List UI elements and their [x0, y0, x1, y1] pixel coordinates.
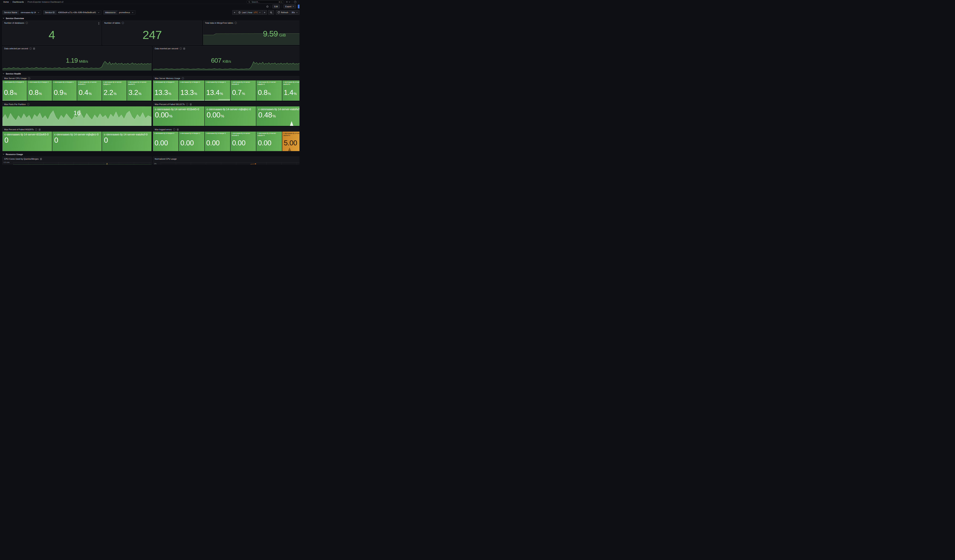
panel-links-icon[interactable] [40, 158, 42, 160]
breadcrumb-current: Prom-Exporter Instance Dashboard v2 [28, 1, 63, 3]
stat-value: 607KiB/s [211, 57, 231, 64]
panel-title[interactable]: Data inserted per second i [153, 46, 299, 51]
stat-tile: c-siennaaws-bj-14-server-mjbqbrz-0 0.00 [256, 131, 282, 151]
refresh-interval-picker[interactable]: 30s [290, 10, 299, 15]
edit-button[interactable]: Edit [272, 5, 280, 8]
search-icon [248, 1, 250, 3]
info-icon[interactable]: i [235, 22, 237, 24]
time-zoom-out-button[interactable] [268, 10, 274, 15]
panel-links-icon[interactable] [33, 48, 35, 50]
breadcrumb-separator-icon: › [10, 1, 11, 3]
info-icon[interactable]: i [186, 103, 188, 105]
stat-tile: c-siennaaws-bj-14-keeper-0 0.8% [3, 80, 27, 101]
stat-tile: c-siennaaws-bj-14-keeper-2 0.00 [179, 131, 204, 151]
stat-tile: c-siennaaws-bj-14-server-eatohcf-0 1.4% [282, 80, 299, 101]
breadcrumb-separator-icon: › [25, 1, 26, 3]
panel-links-icon[interactable] [39, 128, 41, 131]
y-axis-label: 0.3 core [4, 161, 9, 163]
time-shift-back-button[interactable]: « [232, 10, 237, 15]
section-service-health[interactable]: Service Health [3, 72, 299, 75]
info-icon[interactable]: i [173, 128, 175, 131]
panel-title[interactable]: Total data in MergeTree tables i [203, 21, 299, 25]
panel-title[interactable]: Max Parts Per Partition i [3, 102, 152, 106]
info-icon[interactable]: i [26, 22, 28, 24]
chevron-down-icon [296, 12, 298, 13]
sparkline [153, 100, 178, 101]
panel-max-percent-failed-selects: Max Percent of Failed SELECTs i c-sienna… [153, 102, 299, 126]
panel-normalized-cpu-usage: Normalized CPU usage 3% [153, 156, 299, 165]
panel-title[interactable]: Max logged errors i [153, 127, 299, 131]
panel-title[interactable]: Normalized CPU usage [153, 157, 299, 161]
export-button[interactable]: Export [283, 5, 296, 8]
help-button[interactable]: ? [294, 1, 296, 3]
info-icon[interactable]: i [182, 77, 184, 80]
stat-value: 4 [3, 25, 101, 45]
variable-datasource[interactable]: datasource prometheus [103, 10, 135, 14]
info-icon[interactable]: i [122, 22, 124, 24]
panel-links-icon[interactable] [183, 48, 185, 50]
info-icon[interactable]: i [28, 77, 30, 80]
info-icon[interactable]: i [30, 47, 32, 50]
refresh-icon [277, 11, 280, 14]
search-box[interactable]: ⌘+k [247, 0, 284, 4]
info-icon[interactable]: i [35, 128, 37, 131]
share-button[interactable]: Share [298, 5, 299, 8]
stat-tile: c-siennaaws-bj-14-keeper-2 0.8% [27, 80, 52, 101]
sparkline [3, 100, 27, 101]
panel-title[interactable]: Max Percent of Failed SELECTs i [153, 102, 299, 106]
time-range-picker[interactable]: Last 1 hour UTC [237, 10, 262, 15]
sparkline [256, 120, 299, 126]
stat-tile: c-siennaaws-bj-14-server-t01bvk5-0 0.00 [230, 131, 256, 151]
panel-links-icon[interactable] [177, 128, 179, 131]
panel-max-percent-failed-inserts: Max Percent of Failed INSERTs i c-sienna… [2, 127, 152, 151]
panel-title[interactable]: Max Server Memory Usage i [153, 76, 299, 80]
section-service-overview[interactable]: Service Overview [3, 16, 299, 20]
variable-service-id[interactable]: Service ID 43693ed4-a71c-43fc-93f9-f04a0… [43, 10, 102, 14]
time-shift-forward-button[interactable]: » [262, 10, 267, 15]
nav-actions: ⌘+k ? [247, 0, 298, 4]
chevron-down-icon [3, 17, 5, 19]
stat-tile: c-siennaaws-bj-14-server-t01bvk5-0 0 [3, 131, 52, 151]
variable-service-name[interactable]: Service Name siennaaws-bj-14 [2, 10, 41, 14]
panel-title[interactable]: Data selected per second i [3, 46, 152, 51]
panel-number-of-databases: Number of databases i 4 [2, 20, 101, 45]
variable-value: prometheus [119, 11, 130, 14]
refresh-button[interactable]: Refresh [276, 10, 290, 15]
stat-tile: c-siennaaws-bj-14-keeper-0 0.00 [153, 131, 178, 151]
clock-icon [238, 11, 241, 14]
stat-tile: c-siennaaws-bj-14-server-t01bvk5-0 0.4% [77, 80, 102, 101]
info-icon[interactable]: i [180, 47, 182, 50]
new-button[interactable] [286, 1, 290, 3]
panel-title[interactable]: Number of databases i [3, 21, 101, 25]
stat-tile: c-siennaaws-bj-14-server-mjbqbrz-0 0.00% [205, 106, 256, 126]
chevron-down-icon [3, 153, 5, 155]
panel-title[interactable]: Number of tables i [103, 21, 202, 25]
stat-tile: c-siennaaws-bj-14-server-mjbqbrz-0 0 [52, 131, 102, 151]
panel-title[interactable]: CPU Cores Used by Queries/Merges [3, 157, 152, 161]
chevron-down-icon [132, 12, 133, 13]
plus-icon [286, 1, 288, 3]
info-icon[interactable]: i [27, 103, 30, 105]
stat-tile: c-siennaaws-bj-14-server-mjbqbrz-0 2.2% [102, 80, 127, 101]
panel-links-icon[interactable] [189, 103, 192, 105]
timeseries-chart [13, 163, 152, 165]
chevron-down-icon [259, 12, 261, 13]
variables: Service Name siennaaws-bj-14 Service ID … [2, 10, 135, 14]
variable-value: siennaaws-bj-14 [20, 11, 36, 14]
chevron-down-icon [3, 73, 5, 75]
panel-max-parts-per-partition: Max Parts Per Partition i 16 [2, 102, 152, 126]
panel-title[interactable]: Max Percent of Failed INSERTs i [3, 127, 152, 131]
star-button[interactable] [266, 5, 269, 8]
search-input[interactable] [252, 1, 277, 3]
breadcrumb-dashboards[interactable]: Dashboards [13, 1, 24, 3]
panel-title[interactable]: Max Server CPU Usage i [3, 76, 152, 80]
stat-tile-alert: c-siennaaws-bj-14-server-eatohcf-0 5.00 [282, 131, 299, 151]
stat-value: 1.19MiB/s [66, 57, 88, 64]
chevron-down-icon [38, 12, 39, 13]
breadcrumb-home[interactable]: Home [3, 1, 9, 3]
section-resource-usage[interactable]: Resource Usage [3, 152, 299, 156]
panel-data-inserted-per-second: Data inserted per second i 607KiB/s [153, 46, 299, 71]
panel-number-of-tables: Number of tables i 247 [102, 20, 202, 45]
stat-value: 16 [74, 109, 81, 117]
timeseries-chart [161, 163, 299, 165]
